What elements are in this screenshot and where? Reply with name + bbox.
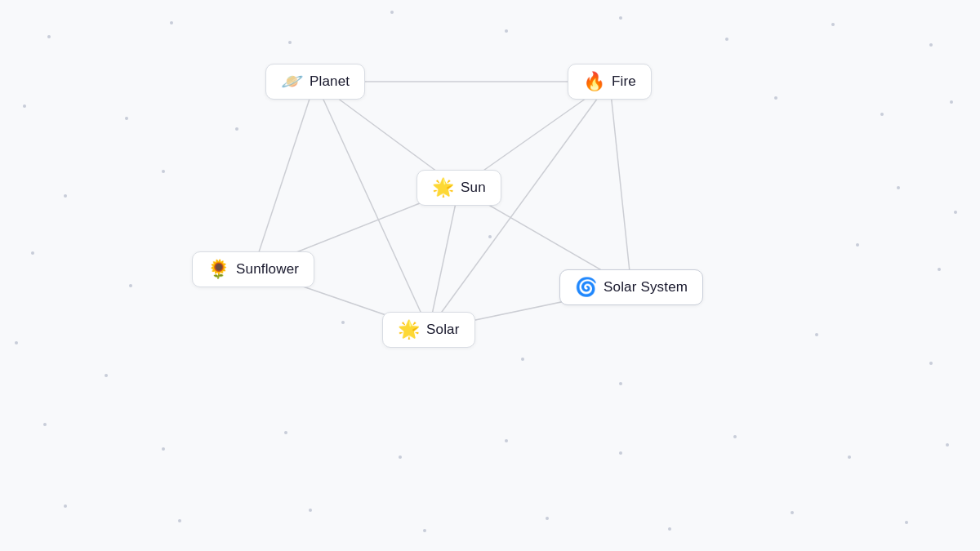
node-solar-system[interactable]: 🌀 Solar System [559, 269, 703, 305]
svg-line-2 [253, 82, 315, 269]
node-solar[interactable]: 🌟 Solar [382, 312, 475, 348]
sunflower-label: Sunflower [236, 261, 299, 278]
dot-grid-background [0, 0, 980, 551]
planet-label: Planet [310, 73, 350, 90]
node-sunflower[interactable]: 🌻 Sunflower [192, 251, 314, 287]
solar-label: Solar [426, 322, 460, 338]
solar-system-label: Solar System [604, 279, 688, 295]
node-fire[interactable]: 🔥 Fire [568, 64, 652, 100]
solar-system-icon: 🌀 [575, 278, 597, 296]
sun-label: Sun [461, 180, 486, 196]
svg-line-9 [429, 188, 459, 330]
solar-icon: 🌟 [398, 321, 420, 339]
svg-line-3 [315, 82, 429, 330]
connections-layer [0, 0, 980, 551]
svg-line-5 [610, 82, 632, 287]
planet-icon: 🪐 [281, 73, 303, 91]
node-sun[interactable]: 🌟 Sun [416, 170, 501, 206]
fire-label: Fire [612, 73, 636, 90]
sun-icon: 🌟 [432, 179, 454, 197]
node-planet[interactable]: 🪐 Planet [265, 64, 365, 100]
fire-icon: 🔥 [583, 73, 605, 91]
sunflower-icon: 🌻 [207, 260, 229, 278]
